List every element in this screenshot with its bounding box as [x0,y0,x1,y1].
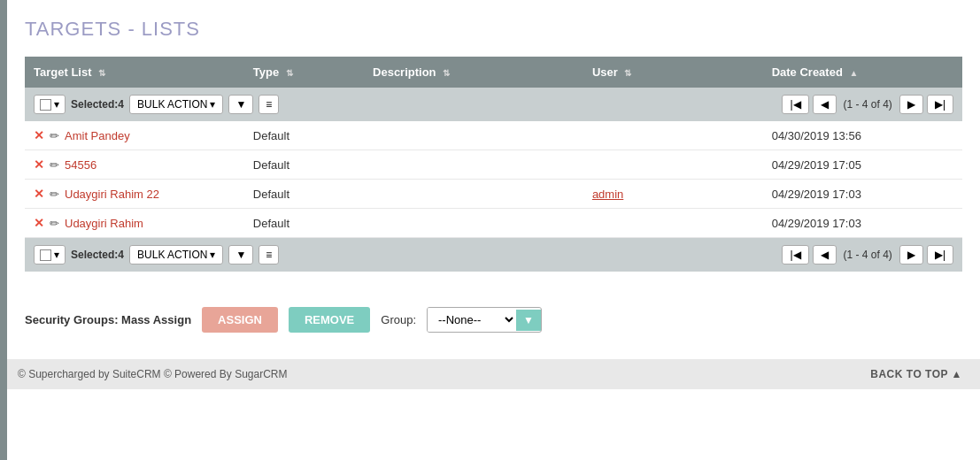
group-select[interactable]: --None-- [428,308,516,332]
cell-target-2: ✕ ✏ 54556 [25,150,244,180]
user-link-3[interactable]: admin [592,188,623,201]
edit-icon-2[interactable]: ✏ [50,158,59,172]
edit-icon-3[interactable]: ✏ [50,188,59,201]
sort-icon-desc[interactable]: ⇅ [443,68,450,78]
bottom-toolbar-inner: ▾ Selected:4 BULK ACTION ▾ ▼ ≡ [34,245,953,264]
cell-user-4 [583,209,763,238]
row-actions-1: ✕ ✏ Amit Pandey [34,128,235,142]
security-groups-bar: Security Groups: Mass Assign ASSIGN REMO… [25,300,962,340]
cell-user-3: admin [583,180,763,209]
bulk-action-dropdown-arrow: ▾ [210,98,215,111]
bottom-toolbar-cell: ▾ Selected:4 BULK ACTION ▾ ▼ ≡ [25,238,962,272]
cell-desc-4 [364,209,583,238]
table-row: ✕ ✏ Udaygiri Rahim 22 Default admin 04/2… [25,180,962,209]
cell-type-4: Default [244,209,364,238]
col-header-description: Description ⇅ [364,57,583,88]
delete-icon-2[interactable]: ✕ [34,157,44,172]
table-row: ✕ ✏ Amit Pandey Default 04/30/2019 13:56 [25,121,962,150]
bottom-selected-count-badge: Selected:4 [71,249,124,261]
back-to-top-button[interactable]: BACK TO TOP [870,368,962,380]
bottom-pagination-controls: |◀ ◀ (1 - 4 of 4) ▶ ▶| [782,245,953,264]
bottom-last-page-button[interactable]: ▶| [927,245,953,264]
last-page-button[interactable]: ▶| [927,95,953,114]
group-select-dropdown-icon[interactable]: ▼ [516,310,541,331]
footer-left-text: © Supercharged by SuiteCRM © Powered By … [18,368,287,380]
list-table: Target List ⇅ Type ⇅ Description ⇅ User … [25,57,962,272]
sort-icon-user[interactable]: ⇅ [624,68,631,78]
bottom-select-all-arrow: ▾ [54,249,59,261]
table-header-row: Target List ⇅ Type ⇅ Description ⇅ User … [25,57,962,88]
delete-icon-3[interactable]: ✕ [34,187,44,201]
cell-user-1 [583,121,763,150]
target-link-4[interactable]: Udaygiri Rahim [65,217,143,230]
bottom-select-all-button[interactable]: ▾ [34,245,66,264]
col-header-target-list: Target List ⇅ [25,57,244,88]
bottom-bulk-action-dropdown-arrow: ▾ [210,249,215,261]
cell-desc-3 [364,180,583,209]
cell-target-1: ✕ ✏ Amit Pandey [25,121,244,150]
page-footer: © Supercharged by SuiteCRM © Powered By … [0,359,980,389]
cell-type-2: Default [244,150,364,180]
bottom-select-all-checkbox [40,249,51,261]
row-actions-3: ✕ ✏ Udaygiri Rahim 22 [34,187,235,201]
cell-date-1: 04/30/2019 13:56 [763,121,962,150]
cell-date-2: 04/29/2019 17:05 [763,150,962,180]
target-link-3[interactable]: Udaygiri Rahim 22 [65,188,159,201]
row-actions-4: ✕ ✏ Udaygiri Rahim [34,216,235,230]
table-row: ✕ ✏ Udaygiri Rahim Default 04/29/2019 17… [25,209,962,238]
cell-type-1: Default [244,121,364,150]
main-content: TARGETS - LISTS Target List ⇅ Type ⇅ Des… [7,0,980,350]
select-all-button[interactable]: ▾ [34,95,66,114]
bottom-filter-button[interactable]: ▼ [228,245,253,264]
page-wrapper: TARGETS - LISTS Target List ⇅ Type ⇅ Des… [0,0,980,460]
edit-icon-1[interactable]: ✏ [50,129,59,142]
delete-icon-1[interactable]: ✕ [34,128,44,142]
cell-user-2 [583,150,763,180]
sort-icon-type[interactable]: ⇅ [286,68,293,78]
page-title: TARGETS - LISTS [25,18,962,41]
bottom-filter-icon: ▼ [235,249,246,261]
select-all-arrow: ▾ [54,98,59,111]
target-link-1[interactable]: Amit Pandey [65,129,130,142]
col-header-type: Type ⇅ [244,57,364,88]
title-suffix: LISTS [142,18,200,40]
cell-date-3: 04/29/2019 17:03 [763,180,962,209]
filter-button[interactable]: ▼ [228,95,253,114]
bottom-toolbar-row: ▾ Selected:4 BULK ACTION ▾ ▼ ≡ [25,238,962,272]
bottom-first-page-button[interactable]: |◀ [782,245,808,264]
cell-desc-1 [364,121,583,150]
cell-date-4: 04/29/2019 17:03 [763,209,962,238]
bulk-action-button[interactable]: BULK ACTION ▾ [129,95,223,114]
sort-icon-date[interactable]: ▲ [849,68,858,78]
edit-icon-4[interactable]: ✏ [50,217,59,230]
cell-target-3: ✕ ✏ Udaygiri Rahim 22 [25,180,244,209]
pagination-info: (1 - 4 of 4) [840,98,896,111]
remove-button[interactable]: REMOVE [289,307,370,333]
bottom-columns-icon: ≡ [266,249,272,261]
top-toolbar-row: ▾ Selected:4 BULK ACTION ▾ ▼ ≡ [25,88,962,121]
cell-target-4: ✕ ✏ Udaygiri Rahim [25,209,244,238]
columns-icon: ≡ [266,98,272,111]
pagination-controls: |◀ ◀ (1 - 4 of 4) ▶ ▶| [782,95,953,114]
sort-icon-target[interactable]: ⇅ [98,68,105,78]
group-label: Group: [381,313,416,326]
group-select-wrapper: --None-- ▼ [427,307,542,333]
security-groups-section: Security Groups: Mass Assign ASSIGN REMO… [25,289,962,350]
title-prefix: TARGETS - [25,18,142,40]
bottom-bulk-action-button[interactable]: BULK ACTION ▾ [129,245,223,264]
filter-icon: ▼ [235,98,246,111]
next-page-button[interactable]: ▶ [899,95,923,114]
columns-button[interactable]: ≡ [259,95,279,114]
bottom-columns-button[interactable]: ≡ [259,245,279,264]
col-header-date-created: Date Created ▲ [763,57,962,88]
first-page-button[interactable]: |◀ [782,95,808,114]
prev-page-button[interactable]: ◀ [813,95,837,114]
top-toolbar-inner: ▾ Selected:4 BULK ACTION ▾ ▼ ≡ [34,95,953,114]
target-link-2[interactable]: 54556 [65,158,96,172]
assign-button[interactable]: ASSIGN [202,307,278,333]
sidebar-strip [0,0,7,460]
selected-count-badge: Selected:4 [71,98,124,111]
delete-icon-4[interactable]: ✕ [34,216,44,230]
bottom-next-page-button[interactable]: ▶ [899,245,923,264]
bottom-prev-page-button[interactable]: ◀ [813,245,837,264]
